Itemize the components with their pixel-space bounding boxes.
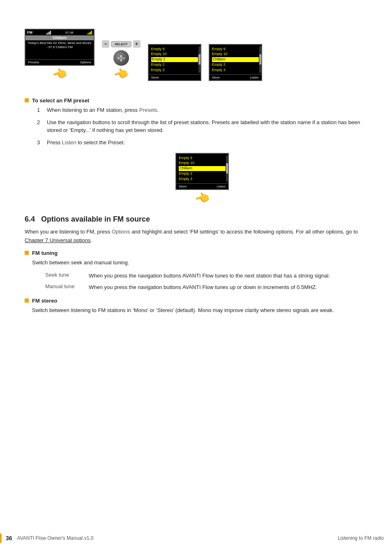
step-3: 3 Press Listen to select the Preset. [37,139,367,147]
inline-preset-chiltern: Chiltern [179,166,226,171]
page-num-bar-icon [0,534,2,543]
preset-store-label: Store [151,76,159,79]
preset-screen1-bottom: Store [149,74,201,80]
diagram-preset-screen-2: Empty 9 Empty 10 Chiltern Empty 2 Empty … [209,44,262,81]
inline-preset-screen: Empty 9 Empty 10 Chiltern Empty 2 Empty … [175,153,229,190]
footer-left: 36 AVANTI Flow Owner's Manual v1.0 [0,534,93,543]
inline-listen-label: Listen [217,185,226,188]
preset-item: Empty 9 [212,47,259,52]
bullet-title: To select an FM preset [32,97,89,104]
step-1: 1 When listening to an FM station, press… [37,106,367,114]
fm-tuning-options: Seek tune When you press the navigation … [45,272,367,291]
fm-stereo-body: Switch between listening to FM stations … [32,306,367,315]
seek-tune-term: Seek tune [45,272,82,280]
preset-screen-2: Empty 9 Empty 10 Chiltern Empty 2 Empty … [209,44,262,81]
chapter7-link[interactable]: Chapter 7 Universal options [25,237,90,243]
screen1-info: Today's Best Mix for Herts, Beds and Buc… [25,40,94,59]
step-2: 2 Use the navigation buttons to scroll t… [37,118,367,134]
step-num-2: 2 [37,118,43,134]
preset-item-highlighted: Empty 1 [151,57,198,62]
step-num-1: 1 [37,106,43,114]
screen1-time: 07:36 [65,31,74,35]
preset-screen-1: Empty 9 Empty 10 Empty 1 Empty 2 Empty 3… [148,44,201,81]
screen1-top-bar: FM 07:36 [25,30,94,35]
numbered-list: 1 When listening to an FM station, press… [37,106,367,146]
footer-right: Listening to FM radio [338,535,384,541]
signal-bars-right [88,30,92,35]
preset-list-1: Empty 9 Empty 10 Empty 1 Empty 2 Empty 3 [149,45,201,74]
fm-tuning-body: Switch between seek and manual tuning. [32,259,367,267]
yellow-square-stereo-icon [25,298,29,303]
step-3-text: Press Listen to select the Preset. [47,139,125,147]
scrollbar-thumb-2 [259,54,261,65]
manual-tune-row: Manual tune When you press the navigatio… [45,283,367,291]
knob-container: − SELECT + [102,40,141,48]
hand-cursor-3: 👈 [193,190,211,207]
scrollbar-2 [259,46,261,73]
hand-cursor-2: 👈 [112,65,130,83]
diagrams-row: FM 07:36 Chiltern [25,29,367,81]
inline-scrollbar [226,155,228,182]
diagram-knob: − SELECT + ▲ Select ▼ 👈 [102,37,141,81]
yellow-square-tuning-icon [25,251,29,255]
knob-minus: − [102,40,109,48]
preset-item: Empty 2 [179,171,226,176]
inline-store-label: Store [179,185,187,188]
signal-bars-left [46,30,51,35]
page-footer: 36 AVANTI Flow Owner's Manual v1.0 Liste… [0,534,392,543]
hand-cursor-1: 👈 [51,65,69,83]
fm-tuning-title: FM tuning [32,250,58,256]
radio-screen-1: FM 07:36 Chiltern [25,29,95,66]
bullet-fm-stereo: FM stereo [25,298,367,304]
inline-preset-list: Empty 9 Empty 10 Chiltern Empty 2 Empty … [176,154,228,183]
manual-tune-desc: When you press the navigation buttons AV… [89,283,367,291]
preset-item: Empty 10 [179,161,226,166]
footer-manual-title: AVANTI Flow Owner's Manual v1.0 [17,535,94,541]
step-2-text: Use the navigation buttons to scroll thr… [47,118,367,134]
preset-item: Empty 9 [179,156,226,161]
knob-select-label: SELECT [111,41,131,47]
screen1-bottom-bar: Presets Options [25,59,94,65]
knob-arrows: ▲ Select ▼ [117,54,125,62]
diagram-preset-screen-1: Empty 9 Empty 10 Empty 1 Empty 2 Empty 3… [148,44,201,81]
manual-tune-term: Manual tune [45,283,82,291]
bullet-select-preset: To select an FM preset [25,97,367,104]
step-1-text: When listening to an FM station, press P… [47,106,159,114]
preset-item: Empty 3 [151,68,198,73]
preset-item: Empty 9 [151,47,198,52]
bullet-fm-tuning: FM tuning [25,250,367,256]
preset-item: Empty 3 [179,177,226,182]
scrollbar-thumb [198,54,201,65]
arrow-down-icon: ▼ [120,59,123,62]
diagram-fm-screen: FM 07:36 Chiltern [25,29,95,81]
screen1-station: Chiltern [25,35,94,40]
preset-item: Empty 3 [212,68,259,73]
screen1-options: Options [80,60,91,64]
preset-listen-label-2: Listen [250,76,258,79]
yellow-square-icon [25,98,29,102]
round-knob: ▲ Select ▼ [113,50,129,66]
inline-scrollbar-thumb [226,163,228,173]
presets-code: Presets [139,107,157,113]
preset-list-2: Empty 9 Empty 10 Chiltern Empty 2 Empty … [210,45,261,74]
inline-preset-diagram: Empty 9 Empty 10 Chiltern Empty 2 Empty … [37,153,367,205]
fm-label: FM [27,30,32,35]
knob-plus: + [133,40,141,48]
step-num-3: 3 [37,139,43,147]
scrollbar [198,46,201,73]
seek-tune-desc: When you press the navigation buttons AV… [89,272,367,280]
inline-bottom-bar: Store Listen [176,183,228,189]
preset-item: Empty 2 [212,62,259,67]
preset-item: Empty 2 [151,62,198,67]
preset-item: Empty 10 [212,52,259,57]
preset-item: Empty 10 [151,52,198,57]
preset-screen2-bottom: Store Listen [210,74,261,80]
listen-code: Listen [62,139,76,146]
chapter-title: Options available in FM source [41,215,150,223]
preset-store-label-2: Store [212,76,220,79]
footer-page-number: 36 [6,535,12,541]
seek-tune-row: Seek tune When you press the navigation … [45,272,367,280]
options-code: Options [112,229,130,235]
section-intro: When you are listening to FM, press Opti… [25,228,367,245]
chapter-number: 6.4 [25,215,35,223]
